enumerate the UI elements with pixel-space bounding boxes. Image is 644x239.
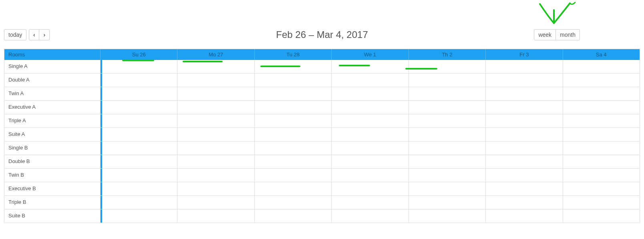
day-cell[interactable]: [486, 74, 563, 87]
resource-cell[interactable]: Suite A: [4, 128, 101, 141]
day-cell[interactable]: [177, 169, 254, 182]
day-cell[interactable]: [255, 101, 332, 114]
day-cell[interactable]: [177, 87, 254, 100]
day-cell[interactable]: [332, 209, 409, 223]
day-cell[interactable]: [563, 60, 640, 73]
resource-cell[interactable]: Triple A: [4, 114, 101, 127]
day-cell[interactable]: [563, 209, 640, 223]
day-cell[interactable]: [563, 155, 640, 168]
day-cell[interactable]: [101, 182, 177, 195]
resource-cell[interactable]: Twin A: [4, 87, 101, 100]
day-cell[interactable]: [332, 196, 409, 209]
day-cell[interactable]: [409, 74, 486, 87]
day-cell[interactable]: [332, 101, 409, 114]
day-cell[interactable]: [409, 141, 486, 155]
day-cell[interactable]: [255, 74, 332, 87]
day-cell[interactable]: [486, 114, 563, 127]
day-cell[interactable]: [332, 169, 409, 182]
day-cell[interactable]: [177, 114, 254, 127]
day-cell[interactable]: [255, 169, 332, 182]
resource-cell[interactable]: Executive B: [4, 182, 101, 195]
day-cell[interactable]: [563, 196, 640, 209]
day-cell[interactable]: [409, 169, 486, 182]
day-cell[interactable]: [332, 114, 409, 127]
day-cell[interactable]: [177, 101, 254, 114]
day-cell[interactable]: [409, 209, 486, 223]
day-cell[interactable]: [255, 87, 332, 100]
resource-cell[interactable]: Double B: [4, 155, 101, 168]
day-cell[interactable]: [332, 155, 409, 168]
day-cell[interactable]: [409, 60, 486, 73]
day-cell[interactable]: [409, 182, 486, 195]
day-cell[interactable]: [101, 114, 177, 127]
day-cell[interactable]: [409, 196, 486, 209]
day-cell[interactable]: [486, 141, 563, 155]
day-cell[interactable]: [486, 101, 563, 114]
day-cell[interactable]: [177, 196, 254, 209]
day-cell[interactable]: [332, 128, 409, 141]
day-cell[interactable]: [255, 128, 332, 141]
day-cell[interactable]: [486, 169, 563, 182]
today-button[interactable]: today: [4, 29, 26, 40]
header-day-su[interactable]: Su 26: [101, 49, 177, 60]
week-view-button[interactable]: week: [534, 29, 556, 40]
day-cell[interactable]: [101, 155, 177, 168]
day-cell[interactable]: [101, 141, 177, 155]
day-cell[interactable]: [486, 155, 563, 168]
header-day-mo[interactable]: Mo 27: [177, 49, 254, 60]
day-cell[interactable]: [177, 141, 254, 155]
day-cell[interactable]: [332, 87, 409, 100]
day-cell[interactable]: [563, 74, 640, 87]
next-button[interactable]: ›: [39, 29, 50, 40]
day-cell[interactable]: [563, 128, 640, 141]
day-cell[interactable]: [409, 128, 486, 141]
day-cell[interactable]: [101, 60, 177, 73]
day-cell[interactable]: [177, 128, 254, 141]
day-cell[interactable]: [255, 141, 332, 155]
day-cell[interactable]: [101, 169, 177, 182]
day-cell[interactable]: [101, 196, 177, 209]
day-cell[interactable]: [255, 155, 332, 168]
day-cell[interactable]: [101, 209, 177, 223]
day-cell[interactable]: [409, 101, 486, 114]
header-day-tu[interactable]: Tu 28: [255, 49, 332, 60]
day-cell[interactable]: [101, 87, 177, 100]
day-cell[interactable]: [409, 155, 486, 168]
day-cell[interactable]: [332, 141, 409, 155]
day-cell[interactable]: [409, 114, 486, 127]
day-cell[interactable]: [255, 209, 332, 223]
day-cell[interactable]: [101, 101, 177, 114]
day-cell[interactable]: [486, 87, 563, 100]
day-cell[interactable]: [255, 196, 332, 209]
day-cell[interactable]: [177, 74, 254, 87]
day-cell[interactable]: [486, 60, 563, 73]
day-cell[interactable]: [255, 182, 332, 195]
resource-cell[interactable]: Single B: [4, 141, 101, 155]
day-cell[interactable]: [486, 182, 563, 195]
day-cell[interactable]: [177, 209, 254, 223]
day-cell[interactable]: [563, 141, 640, 155]
day-cell[interactable]: [177, 182, 254, 195]
header-day-fr[interactable]: Fr 3: [486, 49, 563, 60]
day-cell[interactable]: [486, 196, 563, 209]
day-cell[interactable]: [332, 60, 409, 73]
day-cell[interactable]: [563, 87, 640, 100]
day-cell[interactable]: [177, 155, 254, 168]
day-cell[interactable]: [486, 128, 563, 141]
resource-cell[interactable]: Twin B: [4, 169, 101, 182]
resource-cell[interactable]: Triple B: [4, 196, 101, 209]
day-cell[interactable]: [486, 209, 563, 223]
header-day-sa[interactable]: Sa 4: [563, 49, 640, 60]
resource-cell[interactable]: Single A: [4, 60, 101, 73]
day-cell[interactable]: [332, 182, 409, 195]
day-cell[interactable]: [563, 182, 640, 195]
day-cell[interactable]: [101, 128, 177, 141]
day-cell[interactable]: [101, 74, 177, 87]
day-cell[interactable]: [409, 87, 486, 100]
header-day-th[interactable]: Th 2: [409, 49, 486, 60]
header-day-we[interactable]: We 1: [332, 49, 409, 60]
prev-button[interactable]: ‹: [29, 29, 39, 40]
resource-cell[interactable]: Executive A: [4, 101, 101, 114]
day-cell[interactable]: [563, 169, 640, 182]
day-cell[interactable]: [563, 114, 640, 127]
